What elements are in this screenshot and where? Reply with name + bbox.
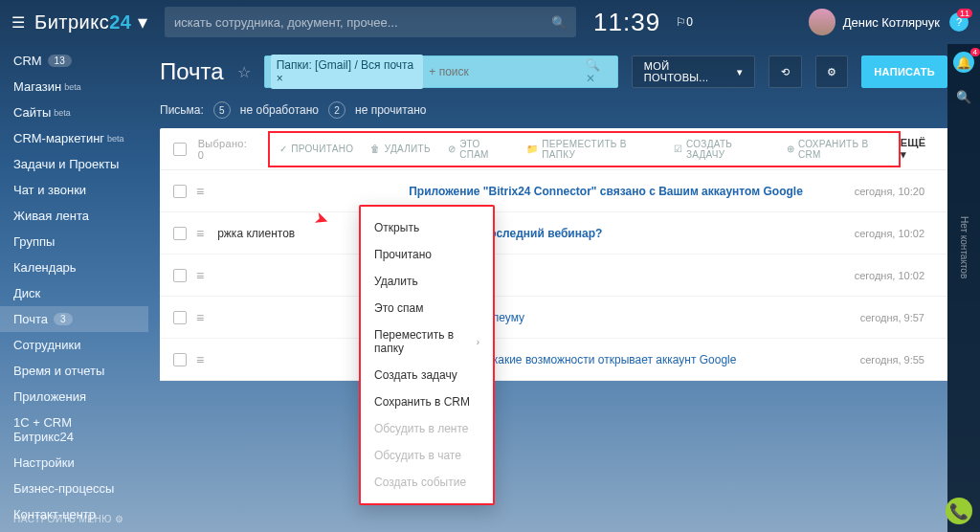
clock: 11:39 xyxy=(593,8,660,37)
compose-button[interactable]: НАПИСАТЬ xyxy=(861,55,947,88)
sidebar-item[interactable]: Сайтыbeta xyxy=(0,100,148,125)
action-task[interactable]: ☑ СОЗДАТЬ ЗАДАЧУ xyxy=(674,139,769,160)
no-contacts-label: Нет контактов xyxy=(959,216,969,278)
action-spam[interactable]: ⊘ ЭТО СПАМ xyxy=(448,139,509,160)
sidebar-item[interactable]: Живая лента xyxy=(0,203,148,229)
star-icon[interactable]: ☆ xyxy=(237,63,251,81)
mail-row[interactable]: ≡Приложение "Bitrix24 Connector" связано… xyxy=(160,170,947,212)
logo[interactable]: Битрикс24 ▾ xyxy=(34,11,147,33)
settings-button[interactable]: ⚙ xyxy=(815,55,849,88)
help-badge: 11 xyxy=(957,9,972,18)
mail-row[interactable]: ≡Вопрос по линолеумусегодня, 9:57 xyxy=(160,297,947,339)
row-menu-icon[interactable]: ≡ xyxy=(196,184,204,199)
user-name: Денис Котлярчук xyxy=(843,15,940,30)
top-bar: ☰ Битрикс24 ▾ искать сотрудника, докумен… xyxy=(0,0,980,44)
context-item: Обсудить в чате xyxy=(361,442,493,469)
sidebar-item[interactable]: Время и отчеты xyxy=(0,358,148,384)
context-item[interactable]: Прочитано xyxy=(361,241,493,268)
context-menu: ОткрытьПрочитаноУдалитьЭто спамПеремести… xyxy=(359,205,495,505)
context-item[interactable]: Это спам xyxy=(361,295,493,321)
sidebar-item[interactable]: Чат и звонки xyxy=(0,177,148,203)
sidebar-item[interactable]: 1С + CRM Битрикс24 xyxy=(0,410,148,450)
right-rail: 🔔4 🔍 Нет контактов xyxy=(947,44,980,532)
row-menu-icon[interactable]: ≡ xyxy=(196,310,204,325)
folder-filter[interactable]: Папки: [Gmail] / Вся почта × 🔍 ✕ xyxy=(264,55,618,88)
user-menu[interactable]: Денис Котлярчук xyxy=(809,9,940,35)
help-icon[interactable]: ?11 xyxy=(949,12,969,32)
action-delete[interactable]: 🗑 УДАЛИТЬ xyxy=(370,139,430,160)
sidebar-item[interactable]: Магазинbeta xyxy=(0,74,148,100)
sidebar-item[interactable]: Бизнес-процессы xyxy=(0,476,148,501)
sidebar-item[interactable]: Группы xyxy=(0,229,148,255)
menu-icon[interactable]: ☰ xyxy=(11,13,25,32)
row-menu-icon[interactable]: ≡ xyxy=(196,226,204,241)
row-subject[interactable]: Приложение "Bitrix24 Connector" связано … xyxy=(409,185,854,198)
sidebar-item[interactable]: Приложения xyxy=(0,384,148,410)
mail-row[interactable]: ≡ржка клиентовКак вам наш последний веби… xyxy=(160,212,947,255)
sidebar-item[interactable]: CRM-маркетингbeta xyxy=(0,125,148,151)
toolbar: Выбрано: 0 ✓ ПРОЧИТАНО 🗑 УДАЛИТЬ ⊘ ЭТО С… xyxy=(160,128,947,170)
sidebar-item[interactable]: Почта3 xyxy=(0,306,148,332)
mailbox-dropdown[interactable]: МОЙ ПОЧТОВЫ... ▾ xyxy=(632,55,755,88)
avatar xyxy=(809,9,835,35)
mail-stats: Письма: 5не обработано 2не прочитано xyxy=(160,101,947,119)
rail-search-icon[interactable]: 🔍 xyxy=(953,86,974,107)
mail-panel: Выбрано: 0 ✓ ПРОЧИТАНО 🗑 УДАЛИТЬ ⊘ ЭТО С… xyxy=(160,128,947,381)
search-placeholder: искать сотрудника, документ, прочее... xyxy=(174,15,398,30)
folder-search-input[interactable] xyxy=(429,65,585,78)
sidebar-item[interactable]: Настройки xyxy=(0,450,148,476)
sidebar-item[interactable]: CRM13 xyxy=(0,48,148,74)
context-item[interactable]: Сохранить в CRM xyxy=(361,388,493,415)
sidebar-item[interactable]: Календарь xyxy=(0,255,148,280)
context-item[interactable]: Переместить в папку› xyxy=(361,321,493,362)
action-crm[interactable]: ⊕ СОХРАНИТЬ В CRM xyxy=(787,139,889,160)
context-item: Обсудить в ленте xyxy=(361,415,493,442)
row-checkbox[interactable] xyxy=(173,227,187,240)
context-item[interactable]: Открыть xyxy=(361,214,493,241)
row-menu-icon[interactable]: ≡ xyxy=(196,268,204,283)
sidebar: CRM13МагазинbetaСайтыbetaCRM-маркетингbe… xyxy=(0,44,148,532)
row-date: сегодня, 10:02 xyxy=(855,228,924,239)
search-icon[interactable]: 🔍 ✕ xyxy=(586,58,612,85)
row-date: сегодня, 10:20 xyxy=(855,186,924,197)
page-title: Почта xyxy=(160,58,224,85)
row-date: сегодня, 9:55 xyxy=(860,354,924,366)
row-date: сегодня, 9:57 xyxy=(860,312,924,323)
toolbar-actions: ✓ ПРОЧИТАНО 🗑 УДАЛИТЬ ⊘ ЭТО СПАМ 📁 ПЕРЕМ… xyxy=(268,131,901,167)
row-checkbox[interactable] xyxy=(173,269,187,282)
toolbar-more[interactable]: ЕЩЁ ▾ xyxy=(901,137,934,161)
context-item[interactable]: Создать задачу xyxy=(361,362,493,388)
row-checkbox[interactable] xyxy=(173,353,187,366)
refresh-button[interactable]: ⟲ xyxy=(768,55,802,88)
mail-row[interactable]: ≡Denis, узнайте, какие возможности откры… xyxy=(160,339,947,381)
row-menu-icon[interactable]: ≡ xyxy=(196,352,204,367)
phone-icon[interactable]: 📞 xyxy=(946,498,972,524)
notify-icon[interactable]: 🔔4 xyxy=(953,52,974,73)
search-icon[interactable]: 🔍 xyxy=(551,15,567,30)
row-date: сегодня, 10:02 xyxy=(855,270,924,281)
sidebar-item[interactable]: Задачи и Проекты xyxy=(0,151,148,177)
context-item: Создать событие xyxy=(361,469,493,496)
selected-count: Выбрано: 0 xyxy=(198,138,255,161)
mail-row[interactable]: ≡Линолеумсегодня, 10:02 xyxy=(160,255,947,297)
context-item[interactable]: Удалить xyxy=(361,268,493,295)
flag-icon[interactable]: ⚐ 0 xyxy=(676,15,693,29)
action-move[interactable]: 📁 ПЕРЕМЕСТИТЬ В ПАПКУ xyxy=(526,139,657,160)
sidebar-item[interactable]: Сотрудники xyxy=(0,332,148,358)
sidebar-item[interactable]: Диск xyxy=(0,280,148,306)
select-all-checkbox[interactable] xyxy=(173,143,187,156)
configure-menu[interactable]: НАСТРОИТЬ МЕНЮ ⚙ xyxy=(13,514,124,524)
row-checkbox[interactable] xyxy=(173,311,187,324)
sidebar-item[interactable]: Ещё ▾ xyxy=(0,527,148,532)
global-search[interactable]: искать сотрудника, документ, прочее... 🔍 xyxy=(165,7,576,37)
main-content: Почта ☆ Папки: [Gmail] / Вся почта × 🔍 ✕… xyxy=(148,44,947,532)
folder-tag: Папки: [Gmail] / Вся почта × xyxy=(271,55,424,89)
row-checkbox[interactable] xyxy=(173,185,187,198)
action-read[interactable]: ✓ ПРОЧИТАНО xyxy=(279,139,354,160)
